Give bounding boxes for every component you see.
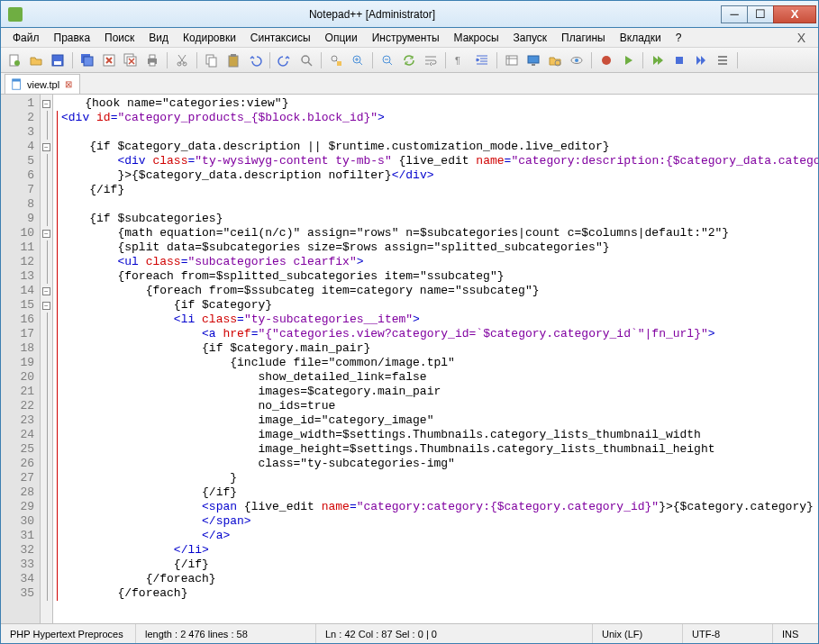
tab-close-icon[interactable]: ⊠ — [63, 79, 74, 90]
redo-button[interactable] — [275, 50, 295, 70]
code-line[interactable]: image_width=$settings.Thumbnails.categor… — [57, 428, 814, 442]
menu-опции[interactable]: Опции — [319, 30, 364, 46]
minimize-button[interactable]: ─ — [721, 5, 748, 23]
code-line[interactable]: </a> — [57, 529, 814, 543]
tab-close-x[interactable]: X — [790, 31, 813, 45]
stop-button[interactable] — [669, 50, 689, 70]
menu-плагины[interactable]: Плагины — [555, 30, 612, 46]
code-line[interactable]: {foreach from=$splitted_subcategories it… — [57, 269, 814, 284]
editor[interactable]: 1234567891011121314151617181920212223242… — [1, 95, 818, 623]
menu-вкладки[interactable]: Вкладки — [614, 30, 668, 46]
lang-button[interactable] — [502, 50, 522, 70]
play-icon — [621, 53, 635, 68]
code-line[interactable]: {/foreach} — [57, 572, 814, 586]
zoom-out-button[interactable] — [378, 50, 397, 70]
code-line[interactable]: } — [57, 471, 814, 485]
fold-toggle[interactable]: − — [42, 143, 50, 151]
code-line[interactable]: </li> — [57, 543, 814, 558]
code-line[interactable]: image_id="category_image" — [57, 413, 814, 428]
play-mult-button[interactable] — [648, 50, 668, 70]
code-line[interactable]: {foreach from=$ssubcateg item=category n… — [57, 284, 814, 298]
maximize-button[interactable]: ☐ — [747, 5, 774, 23]
code-line[interactable]: <li class="ty-subcategories__item"> — [57, 313, 814, 327]
indent-button[interactable] — [472, 50, 492, 70]
fold-toggle[interactable]: − — [42, 302, 50, 310]
code-line[interactable]: {include file="common/image.tpl" — [57, 356, 814, 370]
code-line[interactable]: </span> — [57, 514, 814, 529]
svg-rect-15 — [209, 58, 216, 67]
copy-button[interactable] — [202, 50, 222, 70]
code-line[interactable]: {split data=$subcategories size=$rows as… — [57, 240, 814, 255]
menu-?[interactable]: ? — [669, 30, 688, 46]
save-all-button[interactable] — [77, 50, 97, 70]
open-button[interactable] — [26, 50, 46, 70]
close-button[interactable] — [99, 50, 119, 70]
code-line[interactable]: {/foreach} — [57, 586, 814, 601]
record-button[interactable] — [596, 50, 616, 70]
code-line[interactable]: class="ty-subcategories-img" — [57, 457, 814, 471]
toolbar: ¶ — [1, 48, 818, 73]
save-button[interactable] — [48, 50, 68, 70]
paste-button[interactable] — [223, 50, 243, 70]
fold-toggle[interactable]: − — [42, 287, 50, 295]
new-button[interactable] — [5, 50, 24, 70]
svg-rect-25 — [528, 56, 539, 63]
zoom-in-button[interactable] — [348, 50, 368, 70]
find-button[interactable] — [296, 50, 316, 70]
monitor-button[interactable] — [523, 50, 543, 70]
code-line[interactable]: {if $category_data.description || $runti… — [57, 140, 814, 154]
close-all-button[interactable] — [121, 50, 141, 70]
menu-синтаксисы[interactable]: Синтаксисы — [244, 30, 317, 46]
cut-button[interactable] — [172, 50, 192, 70]
code-line[interactable]: {hook name="categories:view"} — [57, 96, 814, 111]
code-line[interactable]: {if $subcategories} — [57, 212, 814, 226]
titlebar[interactable]: Notepad++ [Administrator] ─ ☐ X — [1, 1, 818, 28]
code-line[interactable]: images=$category.main_pair — [57, 385, 814, 399]
menu-кодировки[interactable]: Кодировки — [177, 30, 242, 46]
eye-button[interactable] — [567, 50, 587, 70]
code-line[interactable]: <div id="category_products_{$block.block… — [57, 111, 814, 125]
code-line[interactable]: }>{$category_data.description nofilter}<… — [57, 168, 814, 183]
code-line[interactable]: <div class="ty-wysiwyg-content ty-mb-s" … — [57, 154, 814, 168]
menu-макросы[interactable]: Макросы — [448, 30, 505, 46]
menu-правка[interactable]: Правка — [48, 30, 97, 46]
code-line[interactable]: {/if} — [57, 558, 814, 572]
code-area[interactable]: {hook name="categories:view"}<div id="ca… — [53, 95, 818, 623]
fold-column[interactable]: −−−−− — [41, 95, 53, 623]
menu-вид[interactable]: Вид — [142, 30, 175, 46]
code-line[interactable]: show_detailed_link=false — [57, 370, 814, 385]
code-line[interactable]: {/if} — [57, 485, 814, 500]
code-line[interactable]: <span {live_edit name="category:category… — [57, 500, 814, 514]
menu-запуск[interactable]: Запуск — [507, 30, 554, 46]
sync-button[interactable] — [399, 50, 419, 70]
code-line[interactable]: {if $category.main_pair} — [57, 341, 814, 356]
folder-button[interactable] — [545, 50, 565, 70]
code-line[interactable]: image_height=$settings.Thumbnails.catego… — [57, 442, 814, 457]
code-line[interactable] — [57, 125, 814, 140]
menu-инструменты[interactable]: Инструменты — [366, 30, 446, 46]
wrap-button[interactable] — [421, 50, 441, 70]
all-chars-button[interactable]: ¶ — [450, 50, 470, 70]
fold-toggle[interactable]: − — [42, 230, 50, 238]
code-line[interactable]: {if $category} — [57, 298, 814, 313]
play-button[interactable] — [618, 50, 638, 70]
replace-button[interactable] — [326, 50, 346, 70]
code-line[interactable]: {/if} — [57, 183, 814, 197]
fwd-button[interactable] — [691, 50, 711, 70]
close-button[interactable]: X — [773, 5, 816, 23]
copy-icon — [205, 53, 219, 68]
code-line[interactable]: <a href="{"categories.view?category_id=`… — [57, 327, 814, 341]
list-button[interactable] — [713, 50, 733, 70]
fold-toggle[interactable]: − — [42, 100, 50, 108]
print-button[interactable] — [142, 50, 162, 70]
fwd-icon — [694, 53, 708, 68]
code-line[interactable] — [57, 197, 814, 212]
menu-поиск[interactable]: Поиск — [98, 30, 141, 46]
cut-icon — [175, 53, 189, 68]
menu-файл[interactable]: Файл — [6, 30, 46, 46]
undo-button[interactable] — [245, 50, 265, 70]
code-line[interactable]: no_ids=true — [57, 399, 814, 413]
file-tab[interactable]: view.tpl ⊠ — [5, 74, 80, 94]
code-line[interactable]: <ul class="subcategories clearfix"> — [57, 255, 814, 269]
code-line[interactable]: {math equation="ceil(n/c)" assign="rows"… — [57, 226, 814, 240]
